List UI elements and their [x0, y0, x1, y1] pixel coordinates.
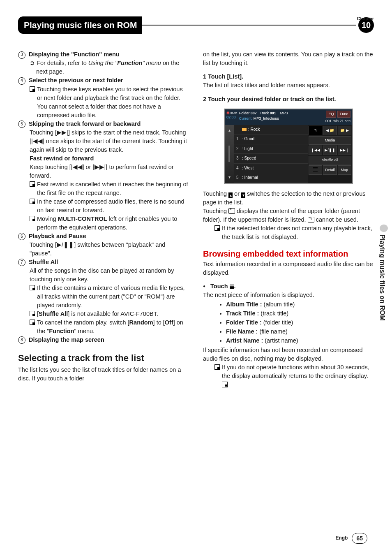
marker-3: 3 [18, 51, 25, 59]
ss-time: 02:08 [226, 115, 238, 120]
ss-track-label: Track [260, 111, 269, 115]
ss-list-row[interactable]: 4: West [234, 164, 308, 174]
footer: Engb 65 [335, 533, 367, 544]
page-number: 65 [352, 533, 367, 544]
info-item: File Name : (file name) [226, 327, 374, 336]
marker-5: 5 [18, 120, 25, 128]
item8-heading: Displaying the map screen [29, 336, 104, 343]
text-info-icon [230, 285, 234, 289]
browsing-text: Text information recorded in a compresse… [203, 260, 374, 277]
ss-info-button[interactable] [309, 165, 322, 175]
ss-list-row[interactable]: 2: Light [234, 144, 308, 154]
arrow-icon: ➲ [30, 60, 37, 66]
footer-lang: Engb [335, 535, 348, 542]
ss-folder-val: 007 [251, 111, 257, 115]
page-up-icon: ▴ [228, 192, 233, 198]
ss-folder-label: Folder [239, 111, 250, 115]
item7-bullet3: To cancel the random play, switch [Rando… [30, 318, 189, 336]
ss-prev-folder-button[interactable]: ◀ 📁 [323, 126, 337, 135]
next-track-icon: ▶▶| [57, 129, 68, 136]
item7-heading: Shuffle All [29, 259, 58, 265]
ss-func-button[interactable]: Func [337, 111, 350, 118]
selecting-text: The list lets you see the list of track … [18, 366, 189, 383]
ss-scrollbar[interactable]: ▴ ▾ [225, 125, 234, 183]
touch-head: Touch . [203, 282, 374, 291]
item5-heading: Skipping the track forward or backward [29, 120, 141, 127]
item5-bullet3: Moving MULTI-CONTROL left or right enabl… [30, 215, 189, 232]
step1-head: 1 Touch [List]. [203, 72, 374, 81]
after-ss-bullet: If the selected folder does not contain … [214, 224, 374, 241]
side-tab-cap [380, 225, 388, 232]
title-divider [142, 25, 356, 25]
ss-list-row[interactable]: : Rock [234, 125, 308, 135]
item3-heading: Displaying the "Function" menu [29, 51, 120, 58]
item5-text2: Keep touching [|◀◀] or [▶▶|] to perform … [30, 163, 189, 180]
ss-next-track-button[interactable]: ▶▶❙ [338, 146, 351, 155]
step2-head: 2 Touch your desired folder or track on … [203, 95, 374, 104]
info-item: Artist Name : (artist name) [226, 336, 374, 345]
ss-format: MP3 [280, 111, 288, 115]
item6-text: Touching [▶/❚❚] switches between "playba… [30, 241, 189, 258]
marker-8: 8 [18, 336, 25, 344]
scroll-down-icon[interactable]: ▾ [228, 174, 231, 181]
end-section-icon [222, 382, 228, 387]
after-ss-text2: Touching displays the content of the upp… [203, 207, 374, 224]
chapter-label: Chapter [357, 16, 374, 22]
item6-heading: Playback and Pause [29, 233, 86, 239]
ss-play-pause-button[interactable]: ▶/❚❚ [323, 146, 337, 155]
item7-text: All of the songs in the disc can be play… [30, 266, 189, 284]
after-ss-text1: Touching ▴ or ▾ switches the selection t… [203, 190, 374, 207]
ss-list-row[interactable]: 1: Good [234, 134, 308, 144]
touch-text: The next piece of information is display… [203, 291, 374, 299]
device-screenshot: ◉ROM 02:08 Folder 007 Track 001 MP3 Curr… [224, 109, 353, 184]
ss-shuffle-button[interactable]: Shuffle All [309, 156, 351, 164]
info-item: Track Title : (track title) [226, 309, 374, 318]
info-item: Folder Title : (folder title) [226, 318, 374, 327]
item3-text-b: Using the " [88, 60, 117, 66]
tail-text: If specific information has not been rec… [203, 346, 374, 363]
marker-7: 7 [18, 259, 25, 266]
forward-icon: ▶▶| [95, 164, 106, 170]
ss-track-val: 001 [270, 111, 276, 115]
ss-list-row[interactable]: 5: Internal [234, 173, 308, 183]
ss-detail-button[interactable]: Detail [323, 165, 337, 175]
info-list: Album Title : (album title) Track Title … [210, 300, 374, 345]
item7-bullet2: [Shuffle All] is not available for AVIC-… [30, 310, 189, 318]
folder-icon [242, 128, 247, 131]
item5-text1: Touching [▶▶|] skips to the start of the… [30, 128, 189, 154]
right-column: on the list, you can view its contents. … [203, 50, 374, 389]
scroll-up-icon[interactable]: ▴ [228, 127, 231, 134]
item3-text-d: " menu [142, 60, 161, 66]
item5-bullet2: In the case of compressed audio files, t… [30, 197, 189, 215]
ss-media-button[interactable]: Media [309, 136, 351, 145]
side-tab: Playing music files on ROM [378, 234, 387, 321]
play-pause-icon: ▶/❚❚ [57, 241, 74, 248]
ss-prev-track-button[interactable]: ❙◀◀ [309, 146, 322, 155]
item3-text-c: Function [117, 60, 142, 66]
ss-next-folder-button[interactable]: 📁 ▶ [338, 126, 351, 135]
item4-heading: Select the previous or next folder [29, 77, 123, 83]
item4-bullet1: Touching these keys enables you to selec… [30, 85, 189, 120]
page-title: Playing music files on ROM [18, 16, 142, 34]
left-column: 3 Displaying the "Function" menu ➲ For d… [18, 50, 189, 389]
continuation-text: on the list, you can view its contents. … [203, 50, 374, 67]
rewind-icon: |◀◀ [71, 164, 83, 170]
item7-bullet1: If the disc contains a mixture of variou… [30, 284, 189, 310]
parent-folder-icon [308, 217, 314, 222]
ss-rom-label: ROM [230, 111, 238, 115]
browsing-heading: Browsing embedded text information [203, 249, 374, 259]
marker-6: 6 [18, 233, 25, 240]
ss-current-val: MP3_Infectious [254, 116, 279, 120]
ss-track-list: : Rock 1: Good 2: Light 3: Speed 4: West… [234, 125, 308, 183]
tail-bullet: If you do not operate functions within a… [214, 363, 374, 389]
ss-counter: 001 min 21 sec [325, 118, 350, 124]
page-down-icon: ▾ [241, 192, 245, 198]
ss-map-button[interactable]: Map [338, 165, 351, 175]
ss-current-label: Current: [239, 116, 253, 120]
ss-up-folder-button[interactable]: ↰ [309, 126, 322, 135]
item5-subhead: Fast rewind or forward [30, 154, 189, 163]
ss-eq-button[interactable]: EQ [326, 111, 336, 118]
parent-folder-icon [228, 208, 235, 214]
prev-track-icon: |◀◀ [31, 138, 43, 144]
ss-list-row[interactable]: 3: Speed [234, 154, 308, 164]
